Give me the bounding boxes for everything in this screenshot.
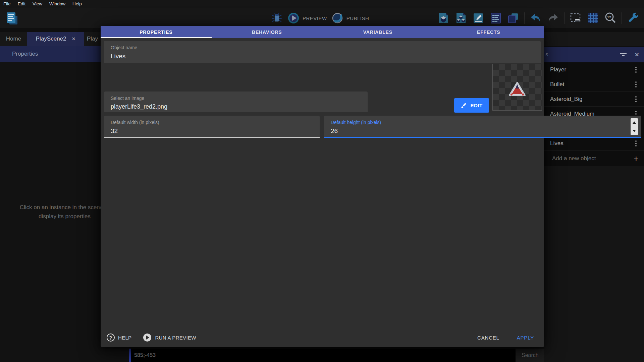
publish-button[interactable]: PUBLISH: [331, 12, 369, 24]
default-height-value: 26: [331, 127, 635, 135]
default-height-label: Default height (in pixels): [331, 120, 635, 125]
tab-playscene2[interactable]: PlayScene2 ✕: [27, 32, 84, 46]
help-icon: ?: [107, 334, 115, 342]
object-row-player[interactable]: Player: [544, 62, 644, 77]
object-row-asteroid-big[interactable]: Asteroid_Big: [544, 92, 644, 107]
instances-list-icon[interactable]: [489, 12, 502, 24]
settings-wrench-icon[interactable]: [627, 12, 639, 24]
publish-globe-icon: [331, 12, 343, 24]
edit-button-label: EDIT: [470, 103, 482, 108]
height-spinner: [631, 118, 638, 135]
dialog-tab-variables[interactable]: VARIABLES: [322, 26, 433, 38]
default-width-label: Default width (in pixels): [111, 120, 313, 125]
object-name-label: Object name: [111, 45, 534, 50]
select-image-value: playerLife3_red2.png: [111, 103, 361, 110]
object-groups-icon[interactable]: [454, 12, 467, 24]
layers-icon[interactable]: [507, 12, 520, 24]
menu-window[interactable]: Window: [49, 1, 65, 6]
grid-icon[interactable]: [587, 12, 599, 24]
toolbar-separator: [564, 12, 565, 24]
dialog-tab-behaviors[interactable]: BEHAVIORS: [212, 26, 323, 38]
row-menu-icon[interactable]: [634, 65, 638, 74]
menu-bar: File Edit View Window Help: [0, 0, 644, 8]
redo-icon[interactable]: [547, 12, 559, 24]
tab-play-label: Play: [87, 36, 98, 42]
default-width-value: 32: [111, 127, 313, 135]
spinner-down-button[interactable]: [631, 127, 638, 135]
zoom-1to1-icon[interactable]: 1:1: [604, 12, 617, 24]
scene-status-bar: 585;-453: [131, 349, 516, 362]
select-image-label: Select an image: [111, 96, 361, 101]
brush-icon: [461, 102, 467, 109]
tab-playscene2-label: PlayScene2: [36, 36, 66, 42]
add-object-icon[interactable]: [437, 12, 450, 24]
preview-label: PREVIEW: [303, 15, 327, 21]
gdevelop-window: File Edit View Window Help: [0, 0, 644, 362]
default-width-field[interactable]: Default width (in pixels) 32: [104, 116, 320, 138]
menu-help[interactable]: Help: [72, 1, 82, 6]
add-object-row[interactable]: Add a new object +: [544, 151, 644, 166]
row-menu-icon[interactable]: [634, 80, 638, 89]
debug-icon[interactable]: [270, 12, 283, 24]
toolbar-separator: [622, 12, 622, 24]
menu-file[interactable]: File: [3, 1, 11, 6]
preview-button[interactable]: PREVIEW: [287, 12, 327, 24]
row-menu-icon[interactable]: [634, 95, 638, 104]
tab-home[interactable]: Home: [0, 32, 27, 46]
dialog-tab-effects[interactable]: EFFECTS: [433, 26, 544, 38]
tab-home-label: Home: [6, 36, 21, 42]
menu-edit[interactable]: Edit: [18, 1, 25, 6]
active-tab-indicator: [101, 37, 212, 38]
objects-panel-header: s ✕: [544, 47, 644, 62]
run-preview-label: RUN A PREVIEW: [155, 335, 196, 341]
filter-icon[interactable]: [619, 52, 627, 58]
objects-panel-title: s: [545, 51, 548, 58]
toolbar-separator: [524, 12, 525, 24]
object-properties-dialog: PROPERTIES BEHAVIORS VARIABLES EFFECTS O…: [101, 26, 544, 347]
close-tab-icon[interactable]: ✕: [72, 36, 76, 42]
apply-button[interactable]: APPLY: [517, 335, 534, 341]
edit-scene-properties-icon[interactable]: [472, 12, 485, 24]
object-row-bullet[interactable]: Bullet: [544, 77, 644, 92]
help-label: HELP: [118, 335, 131, 341]
cancel-button[interactable]: CANCEL: [477, 335, 499, 341]
object-name-value: Lives: [111, 53, 534, 60]
undo-icon[interactable]: [529, 12, 542, 24]
preview-play-icon: [287, 12, 300, 24]
object-row-lives[interactable]: Lives: [544, 136, 644, 151]
spaceship-sprite: [508, 81, 526, 97]
project-manager-icon[interactable]: [4, 10, 19, 27]
dialog-tab-properties[interactable]: PROPERTIES: [101, 26, 212, 38]
cursor-coordinates: 585;-453: [134, 352, 156, 358]
capture-icon[interactable]: [569, 12, 582, 24]
spinner-up-button[interactable]: [631, 118, 638, 127]
run-preview-button[interactable]: RUN A PREVIEW: [143, 333, 196, 342]
plus-icon: +: [634, 155, 639, 162]
edit-image-button[interactable]: EDIT: [454, 98, 489, 113]
image-thumbnail[interactable]: [492, 64, 542, 111]
select-image-field[interactable]: Select an image playerLife3_red2.png: [104, 92, 368, 112]
toolbar-right: 1:1: [437, 10, 639, 26]
toolbar-center: PREVIEW PUBLISH: [270, 10, 369, 26]
close-panel-icon[interactable]: ✕: [635, 51, 639, 58]
menu-view[interactable]: View: [33, 1, 42, 6]
dialog-tab-bar: PROPERTIES BEHAVIORS VARIABLES EFFECTS: [101, 26, 544, 38]
dialog-footer: ? HELP RUN A PREVIEW CANCEL APPLY: [101, 330, 544, 345]
row-menu-icon[interactable]: [634, 139, 638, 148]
help-button[interactable]: ? HELP: [107, 334, 131, 342]
run-preview-play-icon: [143, 333, 152, 342]
object-name-field[interactable]: Object name Lives: [104, 41, 541, 63]
objects-panel: s ✕ Player Bullet Asteroid_Big Asteroid_…: [544, 47, 644, 362]
publish-label: PUBLISH: [346, 15, 369, 21]
svg-text:1:1: 1:1: [607, 15, 611, 19]
toolbar: PREVIEW PUBLISH: [0, 8, 644, 28]
default-height-field[interactable]: Default height (in pixels) 26: [324, 116, 641, 138]
properties-panel-title: Properties: [12, 51, 38, 57]
